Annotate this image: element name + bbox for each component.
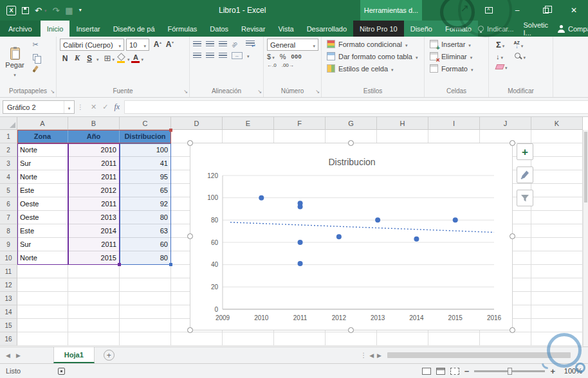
tab-archivo[interactable]: Archivo — [0, 21, 41, 37]
tab-nitro-pro-10[interactable]: Nitro Pro 10 — [353, 21, 404, 37]
clear-caret-icon[interactable] — [505, 63, 508, 71]
cell-A4[interactable]: Norte — [17, 170, 68, 184]
cell-K6[interactable] — [531, 197, 583, 211]
undo-icon[interactable]: ↶ — [35, 6, 42, 15]
horizontal-scrollbar[interactable] — [385, 352, 584, 359]
scatter-point[interactable] — [453, 217, 458, 222]
increase-decimal-button[interactable]: ←.0 — [267, 62, 277, 68]
zoom-slider[interactable] — [474, 370, 545, 372]
scatter-point[interactable] — [298, 204, 303, 210]
cell-A10[interactable]: Norte — [17, 251, 68, 265]
cell-A12[interactable] — [17, 278, 68, 292]
cell-C8[interactable]: 63 — [120, 224, 171, 238]
format-as-table-caret-icon[interactable] — [416, 53, 418, 60]
tab-f-rmulas[interactable]: Fórmulas — [161, 21, 204, 37]
cell-B7[interactable]: 2013 — [68, 211, 120, 224]
account-name[interactable]: Solvetic I... — [524, 21, 549, 37]
cell-B3[interactable]: 2011 — [68, 157, 120, 170]
tab-formato[interactable]: Formato — [439, 21, 478, 37]
tab-datos[interactable]: Datos — [203, 21, 235, 37]
number-format-combo[interactable]: General — [267, 39, 318, 51]
format-painter-button[interactable] — [29, 64, 42, 74]
row-header-1[interactable]: 1 — [0, 130, 17, 143]
column-header-D[interactable]: D — [171, 117, 223, 130]
ribbon-display-options-button[interactable] — [475, 0, 503, 21]
increase-font-size-button[interactable] — [151, 40, 161, 50]
row-header-7[interactable]: 7 — [0, 211, 17, 224]
chart-resize-handle[interactable] — [187, 140, 193, 146]
cell-C1[interactable]: Distribucion — [120, 130, 171, 143]
chart-elements-button[interactable]: + — [517, 143, 533, 160]
cell-styles-caret-icon[interactable] — [391, 65, 394, 73]
paste-button[interactable]: Pegar — [2, 39, 28, 86]
decrease-font-size-button[interactable] — [163, 40, 174, 50]
cell-K4[interactable] — [531, 170, 583, 184]
sort-filter-button[interactable] — [514, 40, 526, 50]
column-header-A[interactable]: A — [17, 117, 68, 130]
close-button[interactable]: ✕ — [560, 0, 588, 21]
sort-filter-caret-icon[interactable] — [521, 41, 524, 49]
cell-C10[interactable]: 80 — [120, 251, 171, 265]
cell-A1[interactable]: Zona — [17, 130, 68, 143]
undo-dropdown-caret-icon[interactable] — [44, 8, 47, 13]
excel-app-icon[interactable]: X — [6, 6, 16, 15]
row-header-14[interactable]: 14 — [0, 305, 17, 319]
cell-C15[interactable] — [120, 319, 171, 332]
tab-vista[interactable]: Vista — [271, 21, 300, 37]
vertical-scrollbar-thumb[interactable] — [584, 132, 587, 203]
insert-cells-caret-icon[interactable] — [468, 40, 471, 48]
conditional-formatting-button[interactable]: Formato condicional — [324, 38, 422, 50]
row-header-16[interactable]: 16 — [0, 332, 17, 346]
tab-scroll-splitter[interactable]: ⋮ — [358, 352, 369, 359]
select-all-corner[interactable] — [0, 117, 17, 130]
cell-B5[interactable]: 2012 — [68, 184, 120, 197]
scatter-point[interactable] — [298, 261, 303, 266]
row-header-11[interactable]: 11 — [0, 265, 17, 278]
cell-K2[interactable] — [531, 143, 583, 157]
cell-B8[interactable]: 2014 — [68, 224, 120, 238]
format-cells-button[interactable]: Formato — [427, 62, 486, 75]
cell-C4[interactable]: 95 — [120, 170, 171, 184]
name-box-dropdown[interactable] — [64, 101, 74, 113]
row-header-12[interactable]: 12 — [0, 278, 17, 292]
chart-resize-handle[interactable] — [510, 140, 515, 146]
cell-C3[interactable]: 41 — [120, 157, 171, 170]
bold-button[interactable]: N — [60, 53, 70, 64]
format-as-table-button[interactable]: Dar formato como tabla — [324, 50, 422, 62]
cell-C14[interactable] — [120, 305, 171, 319]
cell-K14[interactable] — [531, 305, 583, 319]
scatter-point[interactable] — [414, 237, 419, 242]
currency-caret-icon[interactable] — [272, 53, 275, 60]
cell-C12[interactable] — [120, 278, 171, 292]
row-header-13[interactable]: 13 — [0, 292, 17, 305]
cell-K10[interactable] — [531, 251, 583, 265]
cell-C11[interactable] — [120, 265, 171, 278]
cell-B13[interactable] — [68, 292, 120, 305]
tab-dise-o[interactable]: Diseño — [404, 21, 439, 37]
cell-F1[interactable] — [274, 130, 326, 143]
tell-me-box[interactable]: Indicar... — [478, 25, 514, 33]
cell-K8[interactable] — [531, 224, 583, 238]
alignment-dialog-launcher-icon[interactable]: ↘ — [257, 89, 262, 94]
tab-revisar[interactable]: Revisar — [235, 21, 271, 37]
paste-dropdown-caret-icon[interactable] — [14, 70, 16, 78]
cell-B11[interactable] — [68, 265, 120, 278]
cell-A13[interactable] — [17, 292, 68, 305]
clipboard-dialog-launcher-icon[interactable]: ↘ — [50, 89, 55, 94]
cell-B4[interactable]: 2011 — [68, 170, 120, 184]
font-family-caret-icon[interactable] — [118, 41, 121, 49]
align-bottom-icon[interactable] — [219, 41, 227, 47]
cell-A15[interactable] — [17, 319, 68, 332]
column-header-F[interactable]: F — [274, 117, 326, 130]
horizontal-scrollbar-thumb[interactable] — [387, 352, 571, 358]
column-header-C[interactable]: C — [120, 117, 171, 130]
font-size-caret-icon[interactable] — [143, 41, 146, 49]
cell-A5[interactable]: Este — [17, 184, 68, 197]
cell-K12[interactable] — [531, 278, 583, 292]
chart-title[interactable]: Distribucion — [328, 157, 375, 167]
align-middle-icon[interactable] — [206, 41, 214, 47]
column-header-E[interactable]: E — [223, 117, 274, 130]
cell-K1[interactable] — [531, 130, 583, 143]
sheet-nav-left-icon[interactable]: ◀ — [6, 352, 10, 359]
font-color-button[interactable] — [131, 53, 143, 63]
